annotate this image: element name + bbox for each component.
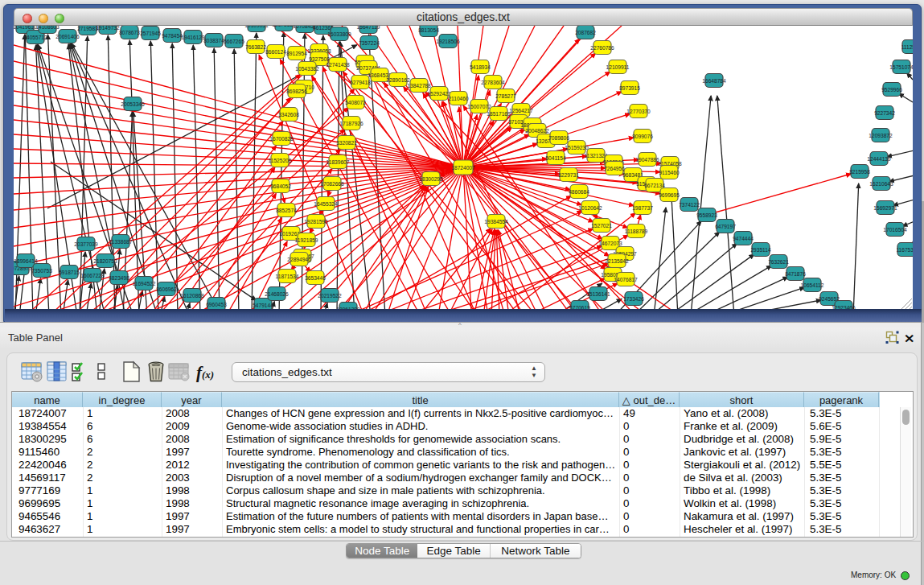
svg-text:11694522: 11694522 — [133, 281, 156, 286]
svg-text:9699695: 9699695 — [659, 192, 680, 198]
svg-text:2719583: 2719583 — [77, 26, 98, 31]
svg-text:20219522: 20219522 — [318, 293, 342, 299]
svg-text:19149732: 19149732 — [96, 26, 120, 31]
svg-text:2110460: 2110460 — [448, 96, 469, 101]
svg-text:6229731: 6229731 — [558, 172, 579, 178]
svg-text:15647119: 15647119 — [357, 26, 380, 30]
svg-text:1167533: 1167533 — [896, 247, 913, 253]
svg-text:19416129: 19416129 — [181, 35, 205, 40]
svg-text:11188789: 11188789 — [625, 229, 648, 234]
svg-text:19384554: 19384554 — [484, 219, 508, 225]
svg-text:2935114: 2935114 — [750, 247, 771, 253]
svg-text:3320821: 3320821 — [336, 140, 357, 146]
svg-text:8973915: 8973915 — [619, 85, 640, 91]
svg-text:14055712: 14055712 — [23, 35, 47, 40]
svg-text:4823498: 4823498 — [109, 275, 129, 281]
svg-text:18724007: 18724007 — [451, 165, 475, 171]
svg-text:18300295: 18300295 — [419, 176, 443, 182]
svg-text:15007072: 15007072 — [467, 104, 491, 109]
svg-text:14108603: 14108603 — [35, 26, 60, 30]
svg-text:3342608: 3342608 — [278, 112, 299, 117]
svg-text:8813054: 8813054 — [418, 27, 439, 33]
svg-text:22783604: 22783604 — [481, 80, 505, 85]
svg-text:15692971: 15692971 — [873, 205, 897, 211]
svg-text:20048622: 20048622 — [525, 128, 549, 134]
svg-text:2087682: 2087682 — [575, 30, 596, 35]
svg-text:14076817: 14076817 — [614, 277, 638, 282]
svg-text:13842788: 13842788 — [407, 83, 431, 89]
svg-text:20377039: 20377039 — [74, 241, 98, 247]
svg-text:10120642: 10120642 — [578, 205, 602, 211]
svg-text:9327508: 9327508 — [309, 56, 330, 62]
svg-text:22135842: 22135842 — [605, 258, 629, 264]
svg-text:9227342: 9227342 — [874, 110, 895, 116]
svg-text:1527021: 1527021 — [591, 223, 612, 229]
svg-text:15136141: 15136141 — [586, 291, 610, 297]
svg-text:19047886: 19047886 — [635, 157, 659, 163]
svg-text:8660124: 8660124 — [265, 49, 286, 55]
svg-text:8471876: 8471876 — [785, 271, 806, 277]
svg-text:22894946: 22894946 — [287, 257, 311, 262]
svg-text:6279418: 6279418 — [350, 80, 371, 85]
svg-text:16033809: 16033809 — [327, 31, 351, 37]
svg-text:15159230: 15159230 — [565, 145, 589, 150]
svg-text:16120868: 16120868 — [180, 293, 204, 299]
svg-text:17187926: 17187926 — [339, 121, 363, 126]
svg-text:22890162: 22890162 — [386, 77, 410, 83]
svg-text:8698256: 8698256 — [286, 89, 307, 94]
svg-text:8852574: 8852574 — [276, 208, 297, 213]
svg-text:16067228: 16067228 — [80, 273, 105, 278]
svg-text:7663822: 7663822 — [245, 44, 266, 50]
svg-text:9474444: 9474444 — [733, 236, 754, 241]
svg-text:18517169: 18517169 — [487, 111, 511, 117]
svg-text:15751074: 15751074 — [889, 64, 913, 70]
svg-text:2785277: 2785277 — [495, 93, 516, 99]
svg-text:16648784: 16648784 — [702, 78, 726, 84]
svg-text:5667265: 5667265 — [224, 39, 244, 44]
svg-text:7632621: 7632621 — [768, 259, 789, 265]
svg-text:2571945: 2571945 — [140, 31, 161, 36]
svg-text:4860684: 4860684 — [569, 189, 589, 195]
svg-text:19218506: 19218506 — [436, 39, 460, 44]
svg-text:17016504: 17016504 — [883, 227, 907, 233]
svg-text:11921859: 11921859 — [295, 237, 318, 243]
svg-text:7374122: 7374122 — [679, 202, 700, 208]
svg-text:1987737: 1987737 — [632, 205, 653, 211]
svg-text:5479144: 5479144 — [253, 303, 273, 308]
svg-text:9558923: 9558923 — [696, 212, 717, 218]
svg-text:3653446: 3653446 — [305, 275, 326, 281]
svg-text:16700828: 16700828 — [269, 136, 294, 142]
svg-text:10543382: 10543382 — [295, 66, 319, 72]
svg-text:8215958: 8215958 — [849, 169, 870, 175]
svg-text:3684052: 3684052 — [270, 183, 291, 189]
svg-text:12564217: 12564217 — [509, 108, 533, 113]
svg-text:6672134: 6672134 — [644, 183, 665, 188]
svg-text:20053346: 20053346 — [121, 101, 145, 107]
svg-text:8912954: 8912954 — [286, 51, 307, 56]
svg-text:11338687: 11338687 — [109, 239, 133, 245]
svg-text:16210643: 16210643 — [869, 181, 893, 187]
svg-text:6479197: 6479197 — [715, 224, 736, 229]
svg-text:9115460: 9115460 — [659, 170, 680, 175]
svg-text:8038374: 8038374 — [203, 38, 224, 43]
svg-text:9529966: 9529966 — [881, 87, 902, 93]
svg-text:12770370: 12770370 — [626, 109, 651, 114]
svg-text:21468026: 21468026 — [265, 291, 289, 297]
svg-text:7264956: 7264956 — [604, 166, 625, 171]
svg-text:7350753: 7350753 — [31, 268, 52, 274]
svg-text:12093872: 12093872 — [869, 133, 893, 138]
svg-text:19281590: 19281590 — [304, 219, 328, 225]
svg-text:9478454: 9478454 — [162, 33, 183, 39]
svg-text:8606962: 8606962 — [156, 286, 177, 292]
svg-text:5408072: 5408072 — [345, 100, 366, 105]
svg-text:5918715: 5918715 — [59, 270, 80, 275]
svg-text:12109911: 12109911 — [606, 64, 630, 70]
svg-text:7357224: 7357224 — [359, 40, 380, 46]
svg-text:22760786: 22760786 — [590, 45, 614, 51]
svg-text:10109031: 10109031 — [244, 26, 269, 28]
svg-text:10654112: 10654112 — [801, 282, 824, 288]
svg-text:17082668: 17082668 — [320, 181, 344, 187]
svg-text:8078673: 8078673 — [119, 30, 140, 35]
svg-text:11321324: 11321324 — [585, 153, 608, 159]
svg-text:12444139: 12444139 — [867, 156, 891, 162]
